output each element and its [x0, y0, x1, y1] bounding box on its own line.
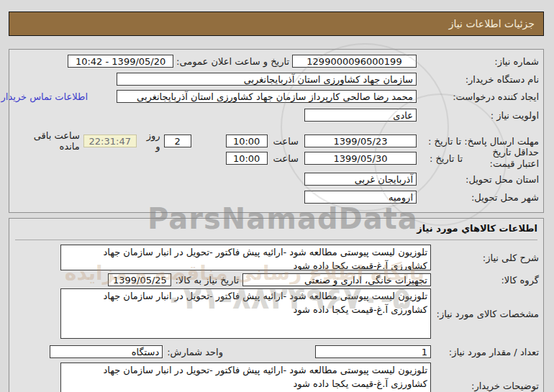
- page-title-bar: جزئیات اطلاعات نیاز: [9, 12, 544, 36]
- buyer-notes-row: توضیحات خریدار: تلوزیون لیست پیوستی مطال…: [9, 363, 543, 392]
- days-remaining-field[interactable]: 2: [164, 135, 191, 147]
- general-desc-label: شرح کلی نیاز:: [431, 252, 539, 263]
- price-validity-label-cell: حداقل تاریخ اعتبار قیمت: تا تاریخ :: [417, 147, 539, 170]
- goods-group-row: گروه کالا: تجهیزات خانگی، اداری و صنعتی …: [9, 273, 543, 286]
- request-creator-label: ایجاد کننده درخواست:: [417, 91, 539, 102]
- quantity-field[interactable]: 1: [315, 345, 431, 358]
- priority-label: اولویت نیاز :: [417, 110, 539, 121]
- need-number-row: شماره نیاز: 1299000096000199 تاریخ و ساع…: [9, 55, 543, 68]
- goods-group-field[interactable]: تجهیزات خانگی، اداری و صنعتی: [242, 273, 431, 286]
- general-desc-row: شرح کلی نیاز: تلوزیون لیست پیوستی مطالعه…: [9, 245, 543, 270]
- price-validity-hour-label: ساعت: [273, 153, 299, 164]
- countdown-timer: 22:31:47: [83, 135, 137, 147]
- priority-field[interactable]: عادی: [304, 109, 417, 122]
- section-divider: [15, 240, 537, 240]
- delivery-city-field[interactable]: ارومیه: [304, 191, 417, 204]
- priority-row: اولویت نیاز : عادی: [9, 109, 543, 122]
- buyer-org-label: نام دستگاه خریدار:: [417, 74, 539, 85]
- reply-hour-label: ساعت: [273, 136, 299, 147]
- need-date-field[interactable]: 1399/05/25: [108, 273, 171, 286]
- specs-field[interactable]: تلوزیون لیست پیوستی مطالعه شود -ارائیه پ…: [60, 288, 431, 339]
- reply-deadline-date-field[interactable]: 1399/05/23: [304, 135, 417, 147]
- goods-group-label: گروه کالا:: [431, 275, 539, 286]
- price-validity-date-field[interactable]: 1399/05/30: [304, 152, 417, 165]
- delivery-province-label: استان محل تحویل:: [417, 174, 539, 185]
- announce-datetime-field[interactable]: 10:42 - 1399/05/20: [68, 55, 173, 68]
- buyer-notes-field[interactable]: تلوزیون لیست پیوستی مطالعه شود -ارائیه پ…: [60, 363, 431, 392]
- need-info-panel: شماره نیاز: 1299000096000199 تاریخ و ساع…: [9, 49, 544, 213]
- quantity-row: تعداد / مقدار مورد نیاز: 1 واحد شمارش: د…: [9, 345, 543, 358]
- unit-field[interactable]: دستگاه: [50, 345, 163, 358]
- reply-time-field[interactable]: 10:00: [226, 135, 268, 147]
- goods-section-title: اطلاعات کالاهاي مورد نیاز: [417, 223, 537, 234]
- until-date-label: تا تاریخ :: [430, 153, 463, 164]
- price-validity-label: حداقل تاریخ اعتبار قیمت:: [468, 147, 539, 170]
- delivery-province-row: استان محل تحویل: آذربایجان غربی: [9, 173, 543, 186]
- general-desc-field[interactable]: تلوزیون لیست پیوستی مطالعه شود -ارائیه پ…: [60, 245, 431, 270]
- quantity-label: تعداد / مقدار مورد نیاز:: [431, 347, 539, 357]
- need-date-label: تاریخ نیاز به کالا:: [175, 275, 239, 286]
- unit-label: واحد شمارش:: [167, 347, 223, 357]
- need-details-page: { "header": { "title": "جزئیات اطلاعات ن…: [0, 0, 554, 392]
- price-validity-time-field[interactable]: 10:00: [226, 152, 268, 165]
- delivery-city-row: شهر محل تحویل: ارومیه: [9, 191, 543, 204]
- buyer-contact-link[interactable]: اطلاعات تماس خریدار: [1, 91, 88, 102]
- need-number-label: شماره نیاز:: [417, 56, 539, 67]
- delivery-province-field[interactable]: آذربایجان غربی: [304, 173, 417, 186]
- page-title: جزئیات اطلاعات نیاز: [449, 18, 535, 29]
- buyer-org-row: نام دستگاه خریدار: سازمان جهاد کشاورزی ا…: [9, 73, 543, 86]
- specs-label: مشخصات کالای مورد نیاز:: [431, 309, 539, 319]
- need-number-field[interactable]: 1299000096000199: [292, 55, 417, 68]
- buyer-notes-label: توضیحات خریدار:: [431, 380, 539, 391]
- goods-info-panel: اطلاعات کالاهاي مورد نیاز شرح کلی نیاز: …: [9, 218, 544, 392]
- request-creator-field[interactable]: محمد رضا صالحی کارپرداز سازمان جهاد کشاو…: [117, 90, 417, 103]
- reply-deadline-label: مهلت ارسال پاسخ: تا تاریخ :: [417, 136, 539, 147]
- request-creator-row: ایجاد کننده درخواست: محمد رضا صالحی کارپ…: [9, 90, 543, 103]
- delivery-city-label: شهر محل تحویل:: [417, 192, 539, 203]
- price-validity-row: حداقل تاریخ اعتبار قیمت: تا تاریخ : 1399…: [9, 147, 543, 169]
- specs-row: مشخصات کالای مورد نیاز: تلوزیون لیست پیو…: [9, 288, 543, 339]
- buyer-org-field[interactable]: سازمان جهاد کشاورزی استان آذربایجانغربی: [117, 73, 417, 86]
- announce-datetime-label: تاریخ و ساعت اعلان عمومی:: [176, 56, 289, 67]
